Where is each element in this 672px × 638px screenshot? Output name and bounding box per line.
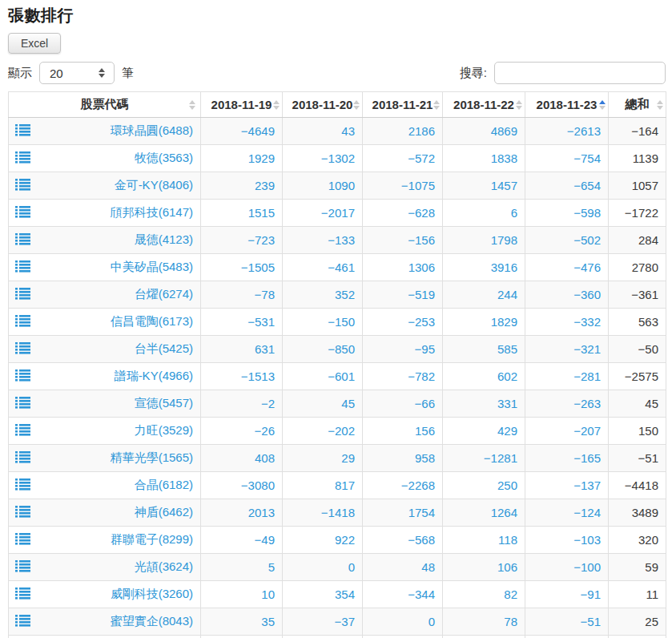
page-length-value: 20 bbox=[50, 67, 63, 80]
value-cell: −3080 bbox=[201, 472, 283, 499]
list-icon[interactable] bbox=[15, 451, 30, 466]
value-cell: −654 bbox=[525, 172, 609, 200]
value-cell: −502 bbox=[525, 227, 609, 254]
stock-cell: 環球晶圓(6488) bbox=[9, 118, 201, 145]
stock-cell: 晟德(4123) bbox=[9, 227, 201, 254]
stock-link[interactable]: 牧德(3563) bbox=[135, 151, 193, 164]
list-icon[interactable] bbox=[15, 315, 30, 329]
table-row: 威剛科技(3260) 10 354 −344 82 −91 11 bbox=[9, 581, 666, 608]
value-cell: −628 bbox=[363, 200, 443, 227]
stock-link[interactable]: 中美矽晶(5483) bbox=[111, 260, 193, 273]
value-cell: 48 bbox=[363, 554, 443, 581]
value-cell: −531 bbox=[201, 309, 283, 336]
list-icon[interactable] bbox=[15, 588, 30, 602]
stock-link[interactable]: 群聯電子(8299) bbox=[111, 532, 193, 546]
table-body: 環球晶圓(6488) −4649 43 2186 4869 −2613 −164… bbox=[9, 118, 666, 638]
value-cell: 602 bbox=[443, 363, 525, 390]
list-icon[interactable] bbox=[15, 260, 30, 275]
stock-link[interactable]: 蜜望實企(8043) bbox=[111, 614, 193, 628]
value-cell: 331 bbox=[443, 390, 525, 418]
stock-link[interactable]: 合晶(6182) bbox=[135, 478, 193, 491]
list-icon[interactable] bbox=[15, 615, 30, 629]
value-cell: −519 bbox=[363, 281, 443, 309]
list-icon[interactable] bbox=[15, 233, 30, 248]
value-cell: −2613 bbox=[525, 118, 609, 145]
column-header-date-3[interactable]: 2018-11-21 bbox=[363, 92, 443, 118]
stock-link[interactable]: 頎邦科技(6147) bbox=[111, 205, 193, 219]
stock-link[interactable]: 威剛科技(3260) bbox=[111, 587, 193, 600]
stock-link[interactable]: 精華光學(1565) bbox=[111, 450, 193, 464]
stock-link[interactable]: 環球晶圓(6488) bbox=[111, 123, 193, 137]
value-cell: 352 bbox=[283, 281, 363, 309]
column-header-date-2[interactable]: 2018-11-20 bbox=[283, 92, 363, 118]
stock-link[interactable]: 光頡(3624) bbox=[135, 559, 193, 573]
list-icon[interactable] bbox=[15, 560, 30, 575]
list-icon[interactable] bbox=[15, 369, 30, 384]
stock-cell: 譜瑞-KY(4966) bbox=[9, 363, 201, 390]
total-cell: 3489 bbox=[609, 499, 666, 527]
list-icon[interactable] bbox=[15, 397, 30, 411]
value-cell: 585 bbox=[443, 336, 525, 363]
table-row: 力旺(3529) −26 −202 156 429 −207 150 bbox=[9, 418, 666, 445]
table-cell bbox=[525, 636, 609, 638]
table-cell bbox=[609, 636, 666, 638]
list-icon[interactable] bbox=[15, 124, 30, 139]
list-icon[interactable] bbox=[15, 206, 30, 220]
stock-cell: 合晶(6182) bbox=[9, 472, 201, 499]
value-cell: 429 bbox=[443, 418, 525, 445]
value-cell: 5 bbox=[201, 554, 283, 581]
value-cell: −263 bbox=[525, 390, 609, 418]
table-row: 精華光學(1565) 408 29 958 −1281 −165 −51 bbox=[9, 445, 666, 472]
list-icon[interactable] bbox=[15, 288, 30, 302]
stock-cell: 神盾(6462) bbox=[9, 499, 201, 527]
column-header-date-1[interactable]: 2018-11-19 bbox=[201, 92, 283, 118]
value-cell: 1515 bbox=[201, 200, 283, 227]
value-cell: −754 bbox=[525, 145, 609, 172]
list-icon[interactable] bbox=[15, 506, 30, 520]
value-cell: −202 bbox=[283, 418, 363, 445]
value-cell: −2268 bbox=[363, 472, 443, 499]
list-icon[interactable] bbox=[15, 478, 30, 493]
total-cell: 59 bbox=[609, 554, 666, 581]
sort-icon bbox=[599, 100, 606, 110]
stock-link[interactable]: 金可-KY(8406) bbox=[115, 178, 193, 192]
total-cell: −2575 bbox=[609, 363, 666, 390]
stock-link[interactable]: 神盾(6462) bbox=[135, 505, 193, 519]
page-length-select[interactable]: 20 bbox=[39, 62, 115, 84]
column-header-date-4[interactable]: 2018-11-22 bbox=[443, 92, 525, 118]
excel-export-button[interactable]: Excel bbox=[8, 33, 61, 54]
value-cell: −156 bbox=[363, 227, 443, 254]
stock-link[interactable]: 信昌電陶(6173) bbox=[111, 314, 193, 328]
list-icon[interactable] bbox=[15, 342, 30, 357]
stock-cell: 中美矽晶(5483) bbox=[9, 254, 201, 281]
value-cell: −723 bbox=[201, 227, 283, 254]
list-icon[interactable] bbox=[15, 151, 30, 166]
page-length-control: 顯示 20 筆 bbox=[8, 62, 134, 84]
stock-cell: 力旺(3529) bbox=[9, 418, 201, 445]
search-input[interactable] bbox=[494, 62, 666, 84]
list-icon[interactable] bbox=[15, 424, 30, 438]
list-icon[interactable] bbox=[15, 179, 30, 193]
value-cell: 3916 bbox=[443, 254, 525, 281]
column-header-date-5[interactable]: 2018-11-23 bbox=[525, 92, 609, 118]
value-cell: 106 bbox=[443, 554, 525, 581]
column-header-total[interactable]: 總和 bbox=[609, 92, 666, 118]
column-header-stock-code[interactable]: 股票代碼 bbox=[9, 92, 201, 118]
value-cell: 2013 bbox=[201, 499, 283, 527]
table-cell bbox=[443, 636, 525, 638]
stock-cell: 台燿(6274) bbox=[9, 281, 201, 309]
stock-cell: 宣德(5457) bbox=[9, 390, 201, 418]
value-cell: 1929 bbox=[201, 145, 283, 172]
stock-link[interactable]: 晟德(4123) bbox=[135, 232, 193, 246]
value-cell: 1457 bbox=[443, 172, 525, 200]
value-cell: 250 bbox=[443, 472, 525, 499]
list-icon[interactable] bbox=[15, 533, 30, 547]
stock-link[interactable]: 台燿(6274) bbox=[135, 287, 193, 301]
value-cell: −1505 bbox=[201, 254, 283, 281]
stock-link[interactable]: 台半(5425) bbox=[135, 341, 193, 355]
value-cell: 817 bbox=[283, 472, 363, 499]
value-cell: −281 bbox=[525, 363, 609, 390]
stock-link[interactable]: 宣德(5457) bbox=[135, 396, 193, 410]
stock-link[interactable]: 譜瑞-KY(4966) bbox=[115, 369, 193, 382]
stock-link[interactable]: 力旺(3529) bbox=[135, 423, 193, 437]
